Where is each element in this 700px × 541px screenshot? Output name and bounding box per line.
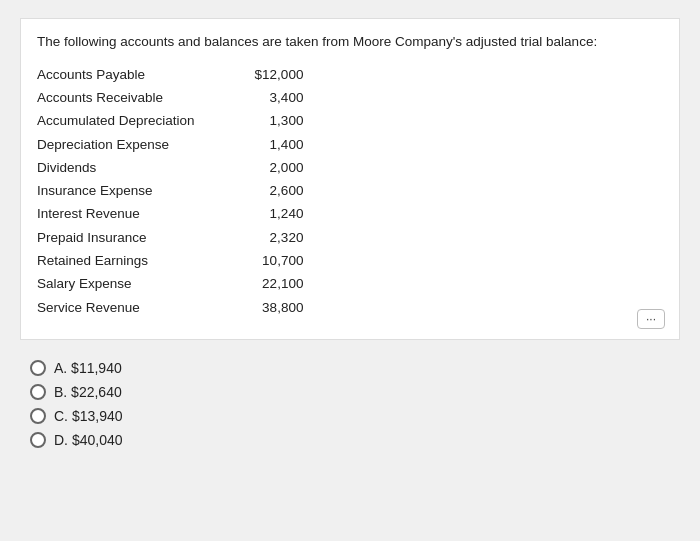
option-item-3[interactable]: D. $40,040 xyxy=(30,432,670,448)
question-section: The following accounts and balances are … xyxy=(20,18,680,340)
account-name-0: Accounts Payable xyxy=(37,64,195,86)
accounts-table: Accounts PayableAccounts ReceivableAccum… xyxy=(37,64,663,319)
accounts-values: $12,0003,4001,3001,4002,0002,6001,2402,3… xyxy=(255,64,304,319)
account-value-0: $12,000 xyxy=(255,64,304,86)
account-name-9: Salary Expense xyxy=(37,273,195,295)
radio-0[interactable] xyxy=(30,360,46,376)
account-name-8: Retained Earnings xyxy=(37,250,195,272)
option-item-0[interactable]: A. $11,940 xyxy=(30,360,670,376)
account-name-3: Depreciation Expense xyxy=(37,134,195,156)
account-value-2: 1,300 xyxy=(255,110,304,132)
radio-2[interactable] xyxy=(30,408,46,424)
page-container: The following accounts and balances are … xyxy=(0,0,700,541)
accounts-names: Accounts PayableAccounts ReceivableAccum… xyxy=(37,64,195,319)
account-value-8: 10,700 xyxy=(255,250,304,272)
account-value-6: 1,240 xyxy=(255,203,304,225)
account-name-2: Accumulated Depreciation xyxy=(37,110,195,132)
radio-3[interactable] xyxy=(30,432,46,448)
options-section: A. $11,940B. $22,640C. $13,940D. $40,040 xyxy=(20,354,680,454)
account-value-4: 2,000 xyxy=(255,157,304,179)
account-value-7: 2,320 xyxy=(255,227,304,249)
account-name-7: Prepaid Insurance xyxy=(37,227,195,249)
account-value-3: 1,400 xyxy=(255,134,304,156)
account-value-10: 38,800 xyxy=(255,297,304,319)
more-button[interactable]: ··· xyxy=(637,309,665,329)
account-name-1: Accounts Receivable xyxy=(37,87,195,109)
option-label-3: D. $40,040 xyxy=(54,432,123,448)
account-name-10: Service Revenue xyxy=(37,297,195,319)
account-name-6: Interest Revenue xyxy=(37,203,195,225)
account-value-9: 22,100 xyxy=(255,273,304,295)
account-value-5: 2,600 xyxy=(255,180,304,202)
question-text: The following accounts and balances are … xyxy=(37,33,663,52)
account-name-4: Dividends xyxy=(37,157,195,179)
option-label-0: A. $11,940 xyxy=(54,360,122,376)
option-label-1: B. $22,640 xyxy=(54,384,122,400)
option-label-2: C. $13,940 xyxy=(54,408,123,424)
radio-1[interactable] xyxy=(30,384,46,400)
account-value-1: 3,400 xyxy=(255,87,304,109)
option-item-1[interactable]: B. $22,640 xyxy=(30,384,670,400)
account-name-5: Insurance Expense xyxy=(37,180,195,202)
option-item-2[interactable]: C. $13,940 xyxy=(30,408,670,424)
